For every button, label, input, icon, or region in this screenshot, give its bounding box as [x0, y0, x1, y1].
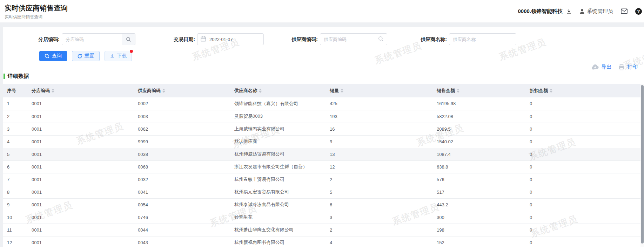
cell: 0: [525, 148, 640, 160]
table-row[interactable]: 500010038杭州绅威达贸易有限公司131087.40: [3, 148, 640, 160]
table-row[interactable]: 700010032杭州春敏丰贸易有限公司25760: [3, 173, 640, 186]
cell: 0001: [27, 135, 134, 148]
table-row[interactable]: 100010002领锋智能科技（嘉兴）有限公司42516195.980: [3, 97, 640, 110]
table-row[interactable]: 800010041杭州易元宏雷贸易有限公司55170: [3, 186, 640, 198]
download-icon[interactable]: [566, 8, 572, 14]
cell: 0: [525, 160, 640, 173]
cell: 杭州春敏丰贸易有限公司: [230, 173, 326, 186]
table-row[interactable]: 1000010746妙笔生花33000: [3, 211, 640, 224]
mail-icon[interactable]: [621, 8, 628, 14]
trade-date-label: 交易日期:: [165, 33, 195, 45]
cell: 0043: [134, 236, 230, 247]
sort-caret-icon[interactable]: [52, 89, 54, 93]
cell: 10: [3, 211, 27, 224]
help-icon[interactable]: ?: [635, 8, 642, 15]
column-header-1[interactable]: 分店编码: [27, 84, 134, 97]
cell: 13: [326, 148, 432, 160]
reset-button[interactable]: 重置: [72, 51, 100, 61]
export-link[interactable]: 导出: [591, 64, 612, 70]
cell: 杭州新视角图书有限公司: [230, 236, 326, 247]
scrollbar-thumb[interactable]: [641, 85, 644, 243]
cell: 杭州萧山华鹰五交化有限公司: [230, 224, 326, 236]
branch-code-search-icon[interactable]: [122, 33, 135, 45]
branch-code-input[interactable]: [62, 33, 122, 45]
cell: 0041: [134, 186, 230, 198]
column-label: 序号: [7, 88, 16, 94]
sort-caret-icon[interactable]: [259, 89, 262, 93]
page-subtitle: 实时供应商销售查询: [5, 14, 42, 20]
supplier-name-input[interactable]: [449, 33, 516, 45]
table-row[interactable]: 300010062上海威镇鸣实业有限公司162089.50: [3, 123, 640, 135]
table-row[interactable]: 1100010044杭州萧山华鹰五交化有限公司21980: [3, 224, 640, 236]
cell: 默认供应商: [230, 135, 326, 148]
cell: 杭州泰诚冷冻食品有限公司: [230, 198, 326, 211]
column-header-4[interactable]: 销量: [326, 84, 432, 97]
cell: 0: [525, 198, 640, 211]
sort-caret-icon[interactable]: [457, 89, 459, 93]
filter-branch-code: 分店编码:: [25, 33, 135, 45]
sort-caret-icon[interactable]: [341, 89, 343, 93]
cell: 1540.02: [432, 135, 525, 148]
company-switcher[interactable]: 0000.领锋智能科技: [518, 8, 572, 15]
cell: 0002: [134, 97, 230, 110]
query-button[interactable]: 查询: [39, 51, 67, 61]
company-name: 0000.领锋智能科技: [518, 8, 563, 15]
column-header-6[interactable]: 折扣金额: [525, 84, 640, 97]
table-header-row: 序号分店编码供应商编码供应商名称销量销售金额折扣金额: [3, 84, 640, 97]
cell: 0: [525, 135, 640, 148]
column-header-5[interactable]: 销售金额: [432, 84, 525, 97]
user-menu[interactable]: 系统管理员: [579, 8, 613, 15]
cell: 0001: [27, 211, 134, 224]
cell: 2089.5: [432, 123, 525, 135]
action-buttons: 查询 重置 下载: [39, 51, 132, 61]
cell: 杭州易元宏雷贸易有限公司: [230, 186, 326, 198]
cell: 0: [525, 173, 640, 186]
notification-dot: [130, 50, 133, 53]
table-row[interactable]: 200010003灵蕨贸易00031935822.080: [3, 110, 640, 123]
trade-date-input[interactable]: [197, 33, 264, 45]
supplier-code-input[interactable]: [320, 33, 387, 45]
download-icon: [110, 54, 115, 59]
column-header-2[interactable]: 供应商编码: [134, 84, 230, 97]
table-row[interactable]: 400019999默认供应商91540.020: [3, 135, 640, 148]
cell: 妙笔生花: [230, 211, 326, 224]
cell: 2: [3, 110, 27, 123]
cell: 0054: [134, 198, 230, 211]
cell: 12: [3, 236, 27, 247]
section-title: 详细数据: [8, 73, 29, 80]
cell: 领锋智能科技（嘉兴）有限公司: [230, 97, 326, 110]
vertical-scrollbar[interactable]: [640, 84, 644, 247]
cloud-download-icon: [591, 64, 599, 70]
cell: 0001: [27, 97, 134, 110]
data-table: 序号分店编码供应商编码供应商名称销量销售金额折扣金额 100010002领锋智能…: [3, 84, 640, 247]
cell: 0001: [27, 110, 134, 123]
filter-trade-date: 交易日期:: [165, 33, 264, 45]
cell: 0: [525, 224, 640, 236]
user-name: 系统管理员: [587, 8, 613, 15]
table-row[interactable]: 900010054杭州泰诚冷冻食品有限公司6443.20: [3, 198, 640, 211]
cell: 1: [3, 97, 27, 110]
supplier-code-search-icon[interactable]: [378, 36, 384, 43]
refresh-icon: [77, 54, 82, 59]
column-header-3[interactable]: 供应商名称: [230, 84, 326, 97]
sort-caret-icon[interactable]: [550, 89, 552, 93]
cell: 0044: [134, 224, 230, 236]
column-label: 折扣金额: [530, 88, 548, 94]
cell: 0001: [27, 160, 134, 173]
supplier-code-label: 供应商编码:: [280, 33, 318, 45]
cell: 11: [3, 224, 27, 236]
cell: 2: [326, 173, 432, 186]
table-row[interactable]: 600010068浙江农发超市有限公司生鲜（自营）12638.80: [3, 160, 640, 173]
cell: 576: [432, 173, 525, 186]
download-button[interactable]: 下载: [105, 51, 132, 61]
cell: 0001: [27, 148, 134, 160]
cell: 0001: [27, 186, 134, 198]
cell: 300: [432, 211, 525, 224]
table-row[interactable]: 1200010043杭州新视角图书有限公司41520: [3, 236, 640, 247]
section-head: 详细数据: [4, 73, 29, 80]
cell: 5822.08: [432, 110, 525, 123]
sort-caret-icon[interactable]: [162, 89, 165, 93]
print-link[interactable]: 打印: [618, 64, 638, 70]
cell: 152: [432, 236, 525, 247]
supplier-name-label: 供应商名称:: [409, 33, 447, 45]
